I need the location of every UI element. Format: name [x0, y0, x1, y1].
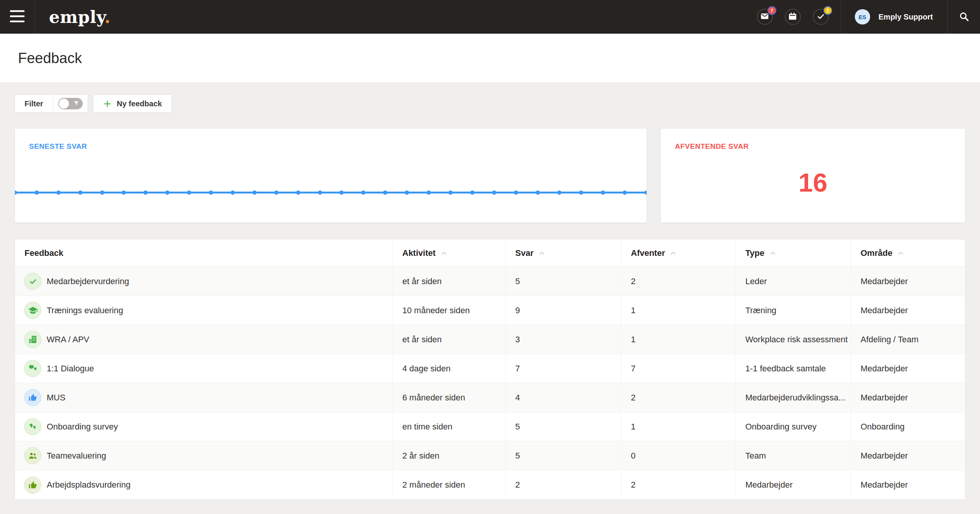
column-header-aktivitet[interactable]: Aktivitet	[392, 239, 505, 267]
table-row[interactable]: MUS6 måneder siden42Medarbejderudvikling…	[15, 383, 965, 412]
search-button[interactable]	[948, 0, 980, 34]
cell-type: Medarbejderudviklingssa...	[735, 383, 851, 412]
chart-data-point	[318, 190, 322, 195]
latest-responses-card: SENESTE SVAR	[15, 128, 647, 223]
cell-feedback: Onboarding survey	[15, 412, 392, 441]
cell-afventer: 1	[621, 325, 735, 354]
cell-aktivitet: 4 dage siden	[392, 354, 505, 383]
cell-omrade: Medarbejder	[851, 470, 966, 499]
user-profile-menu[interactable]: ES Emply Support	[841, 0, 947, 34]
cell-aktivitet: et år siden	[392, 325, 505, 354]
thumbs-up-icon	[24, 477, 41, 494]
cell-aktivitet: en time siden	[392, 412, 505, 441]
filter-toggle[interactable]	[53, 98, 88, 109]
chart-data-point	[78, 190, 82, 195]
cell-omrade: Medarbejder	[851, 267, 966, 296]
chart-data-point	[274, 190, 278, 195]
hamburger-menu-button[interactable]	[0, 0, 35, 34]
cell-omrade: Medarbejder	[851, 354, 966, 383]
chart-data-point	[514, 190, 518, 195]
chart-data-point	[296, 190, 300, 195]
table-row[interactable]: 1:1 Dialogue4 dage siden771-1 feedback s…	[15, 354, 965, 383]
check-icon	[24, 273, 41, 290]
cell-svar: 2	[505, 470, 621, 499]
chart-data-point	[187, 190, 191, 195]
app-logo[interactable]: emply.	[49, 7, 111, 27]
user-name: Emply Support	[879, 13, 933, 21]
cell-omrade: Onboarding	[851, 412, 966, 441]
messages-button[interactable]: 7	[757, 9, 773, 25]
chart-data-point	[492, 190, 496, 195]
tasks-badge: 1	[823, 6, 832, 15]
logo-dot: .	[105, 7, 111, 27]
feedback-name: Teamevaluering	[47, 451, 106, 461]
cell-afventer: 2	[621, 470, 735, 499]
cell-svar: 5	[505, 412, 621, 441]
cell-svar: 3	[505, 325, 621, 354]
chart-data-point	[645, 190, 647, 195]
pending-responses-title: AFVENTENDE SVAR	[675, 142, 749, 151]
table-row[interactable]: Onboarding surveyen time siden51Onboardi…	[15, 412, 965, 441]
cell-feedback: MUS	[15, 383, 392, 412]
latest-responses-title: SENESTE SVAR	[29, 142, 87, 151]
column-label: Afventer	[631, 248, 665, 258]
new-feedback-label: Ny feedback	[117, 99, 162, 108]
cell-svar: 7	[505, 354, 621, 383]
graduation-cap-icon	[24, 302, 41, 319]
chart-data-point	[165, 190, 170, 195]
table-row[interactable]: Arbejdspladsvurdering2 måneder siden22Me…	[15, 470, 965, 499]
people-icon	[24, 447, 41, 464]
funnel-icon	[73, 100, 80, 108]
chart-data-point	[56, 190, 60, 195]
chart-data-point	[144, 190, 148, 195]
cell-feedback: Medarbejdervurdering	[15, 267, 392, 296]
chart-line	[15, 192, 647, 194]
sort-caret-icon	[670, 251, 676, 255]
column-header-afventer[interactable]: Afventer	[621, 239, 735, 267]
cell-svar: 5	[505, 441, 621, 470]
chart-data-point	[383, 190, 387, 195]
pending-responses-card: AFVENTENDE SVAR 16	[660, 128, 965, 223]
column-label: Type	[745, 248, 764, 258]
page-title: Feedback	[18, 50, 82, 66]
cell-aktivitet: 2 år siden	[392, 441, 505, 470]
column-label: Område	[861, 248, 892, 258]
new-feedback-button[interactable]: Ny feedback	[93, 94, 172, 113]
column-header-omr-de[interactable]: Område	[851, 239, 966, 267]
cell-aktivitet: 10 måneder siden	[392, 296, 505, 325]
cell-type: Workplace risk assessment	[735, 325, 851, 354]
feedback-name: WRA / APV	[47, 335, 89, 345]
chart-data-point	[209, 190, 213, 195]
table-row[interactable]: WRA / APVet år siden31Workplace risk ass…	[15, 325, 965, 354]
messages-badge: 7	[768, 6, 776, 15]
table-row[interactable]: Teamevaluering2 år siden50TeamMedarbejde…	[15, 441, 965, 470]
pending-responses-count: 16	[661, 168, 965, 197]
cell-feedback: WRA / APV	[15, 325, 392, 354]
page-header: Feedback	[0, 34, 980, 82]
column-header-svar[interactable]: Svar	[505, 239, 621, 267]
checkmark-icon	[816, 12, 825, 22]
filter-button[interactable]: Filter	[15, 94, 88, 113]
feedback-name: Onboarding survey	[47, 422, 118, 432]
plus-icon	[103, 99, 112, 108]
buildings-icon	[24, 331, 41, 348]
speech-dots-icon	[24, 418, 41, 435]
logo-text: emply	[49, 7, 105, 27]
chart-data-point	[579, 190, 583, 195]
cell-omrade: Afdeling / Team	[851, 325, 966, 354]
cell-omrade: Medarbejder	[851, 383, 966, 412]
table-row[interactable]: Trænings evaluering10 måneder siden91Træ…	[15, 296, 965, 325]
chart-data-point	[448, 190, 452, 195]
column-header-type[interactable]: Type	[735, 239, 851, 267]
cell-afventer: 0	[621, 441, 735, 470]
hamburger-icon	[9, 10, 25, 24]
thumbs-up-icon	[24, 389, 41, 406]
cell-aktivitet: 2 måneder siden	[392, 470, 505, 499]
tasks-button[interactable]: 1	[813, 9, 829, 25]
column-label: Svar	[515, 248, 534, 258]
calendar-button[interactable]	[785, 9, 801, 25]
cell-afventer: 2	[621, 383, 735, 412]
table-row[interactable]: Medarbejdervurderinget år siden52LederMe…	[15, 267, 965, 296]
top-navigation-bar: emply. 7 1 ES Emply Support	[0, 0, 980, 34]
cell-type: Team	[735, 441, 851, 470]
